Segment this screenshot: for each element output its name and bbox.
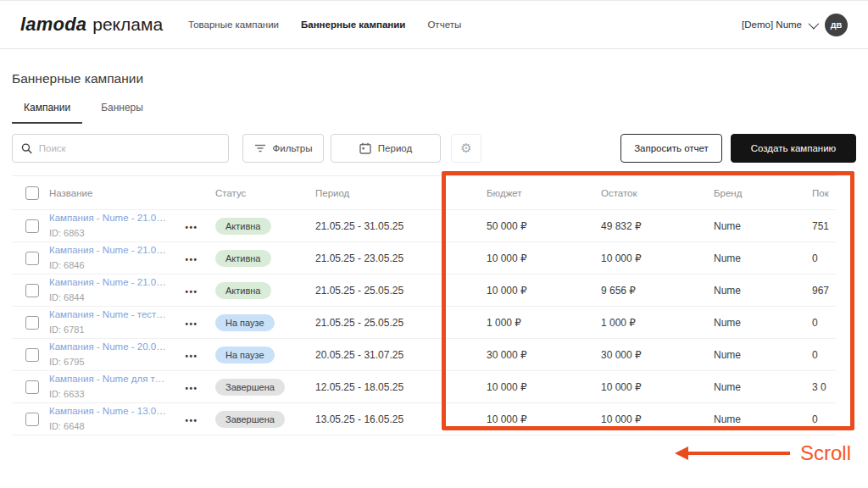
filters-button[interactable]: Фильтры [242, 134, 324, 163]
status-badge: Активна [215, 282, 271, 299]
impressions-cell: 0 [800, 317, 836, 329]
row-menu-icon[interactable]: ••• [185, 319, 198, 329]
balance-cell: 10 000 ₽ [588, 381, 707, 393]
balance-cell: 30 000 ₽ [588, 349, 707, 361]
campaign-id: ID: 6781 [49, 324, 85, 335]
lamoda-logo[interactable]: lamoda реклама [20, 14, 163, 36]
impressions-cell: 0 [800, 349, 836, 361]
row-menu-icon[interactable]: ••• [185, 255, 198, 264]
search-input[interactable] [39, 143, 220, 153]
row-checkbox[interactable] [25, 252, 39, 265]
nav-item-reports[interactable]: Отчеты [427, 19, 461, 30]
logo-primary-text: lamoda [20, 14, 86, 36]
column-header-budget[interactable]: Бюджет [461, 188, 588, 198]
row-checkbox[interactable] [25, 284, 39, 297]
table-row: Кампания - Nume - 20.05... ID: 6795 ••• … [12, 339, 836, 371]
search-box[interactable] [12, 134, 229, 163]
row-checkbox[interactable] [25, 413, 39, 426]
nav-item-product-campaigns[interactable]: Товарные кампании [188, 19, 279, 30]
table-settings-button[interactable]: ⚙ [451, 134, 481, 163]
brand-cell: Nume [707, 285, 800, 297]
status-badge: Завершена [215, 379, 285, 396]
tab-banners[interactable]: Баннеры [89, 95, 155, 124]
tab-campaigns[interactable]: Кампании [12, 95, 82, 124]
brand-cell: Nume [707, 381, 800, 393]
campaign-id: ID: 6844 [49, 292, 85, 302]
impressions-cell: 751 [800, 220, 836, 232]
row-checkbox[interactable] [25, 380, 39, 394]
campaign-name-link[interactable]: Кампания - Nume - 21.05... [49, 276, 166, 289]
period-button[interactable]: Период [331, 134, 441, 163]
filter-icon [254, 143, 266, 153]
column-header-balance[interactable]: Остаток [588, 188, 707, 198]
campaigns-table: Название Статус Период Бюджет Остаток Бр… [12, 175, 836, 435]
campaign-name-link[interactable]: Кампания - Nume - 13.05... [49, 405, 166, 418]
column-header-name[interactable]: Название [49, 188, 168, 198]
budget-cell: 50 000 ₽ [461, 220, 588, 232]
campaign-id: ID: 6648 [49, 421, 85, 431]
period-cell: 21.05.25 - 25.05.25 [315, 285, 461, 297]
campaign-name-link[interactable]: Кампания - Nume - 20.05... [49, 341, 166, 353]
period-cell: 21.05.25 - 23.05.25 [315, 252, 461, 264]
campaign-id: ID: 6795 [49, 357, 85, 367]
status-badge: Активна [215, 218, 271, 235]
row-checkbox[interactable] [25, 316, 39, 330]
row-menu-icon[interactable]: ••• [185, 287, 198, 297]
brand-cell: Nume [707, 413, 800, 425]
annotation-scroll-label: Scroll [800, 441, 851, 466]
annotation-scroll: Scroll [675, 441, 851, 466]
table-row: Кампания - Nume для теста ID: 6633 ••• З… [12, 371, 836, 403]
budget-cell: 10 000 ₽ [461, 413, 588, 425]
status-badge: Активна [215, 250, 271, 267]
table-row: Кампания - Nume - 21.05... ID: 6844 ••• … [12, 274, 836, 307]
brand-cell: Nume [707, 252, 800, 264]
table-header-row: Название Статус Период Бюджет Остаток Бр… [12, 175, 836, 210]
period-cell: 21.05.25 - 31.05.25 [315, 220, 461, 232]
campaign-name-link[interactable]: Кампания - Nume - 21.05... [49, 244, 166, 257]
brand-cell: Nume [707, 317, 800, 329]
arrow-line [688, 452, 790, 455]
impressions-cell: 0 [800, 413, 836, 425]
row-menu-icon[interactable]: ••• [185, 416, 198, 425]
brand-cell: Nume [707, 349, 800, 361]
logo-secondary-text: реклама [92, 14, 163, 35]
avatar[interactable]: ДВ [825, 14, 848, 36]
account-switcher[interactable]: [Demo] Nume [742, 19, 816, 30]
row-menu-icon[interactable]: ••• [185, 352, 198, 361]
campaign-name-link[interactable]: Кампания - Nume - тест мо... [49, 308, 166, 321]
budget-cell: 30 000 ₽ [461, 349, 588, 361]
app-window: lamoda реклама Товарные кампании Баннерн… [0, 0, 868, 488]
period-cell: 12.05.25 - 18.05.25 [315, 381, 461, 393]
campaign-name-link[interactable]: Кампания - Nume для теста [49, 373, 166, 385]
column-header-brand[interactable]: Бренд [707, 188, 800, 198]
chevron-down-icon [809, 18, 820, 29]
row-checkbox[interactable] [25, 348, 39, 362]
toolbar: Фильтры Период ⚙ Запросить отчет Создать… [12, 134, 856, 163]
balance-cell: 10 000 ₽ [588, 252, 707, 264]
table-row: Кампания - Nume - 21.05... ID: 6863 ••• … [12, 210, 836, 242]
account-label: [Demo] Nume [742, 19, 802, 30]
column-header-impressions[interactable]: Пок [800, 188, 836, 198]
page-tabs: Кампании Баннеры [12, 95, 155, 124]
balance-cell: 49 832 ₽ [588, 220, 707, 232]
campaign-name-link[interactable]: Кампания - Nume - 21.05... [49, 212, 166, 225]
impressions-cell: 3 0 [800, 381, 836, 393]
impressions-cell: 0 [800, 252, 836, 264]
filters-button-label: Фильтры [273, 143, 313, 153]
column-header-period[interactable]: Период [315, 188, 461, 198]
nav-item-banner-campaigns[interactable]: Баннерные кампании [301, 19, 405, 30]
status-badge: На паузе [215, 314, 275, 331]
period-cell: 13.05.25 - 16.05.25 [315, 413, 461, 425]
request-report-button[interactable]: Запросить отчет [620, 134, 722, 163]
row-menu-icon[interactable]: ••• [185, 223, 198, 232]
column-header-status[interactable]: Статус [215, 188, 315, 198]
row-menu-icon[interactable]: ••• [185, 384, 198, 393]
row-checkbox[interactable] [25, 219, 39, 233]
status-badge: Завершена [215, 411, 285, 428]
impressions-cell: 967 [800, 285, 836, 297]
page-title: Баннерные кампании [12, 71, 143, 86]
arrow-left-icon [675, 446, 688, 460]
select-all-checkbox[interactable] [25, 186, 39, 200]
create-campaign-button[interactable]: Создать кампанию [731, 134, 856, 163]
search-icon [21, 142, 32, 154]
